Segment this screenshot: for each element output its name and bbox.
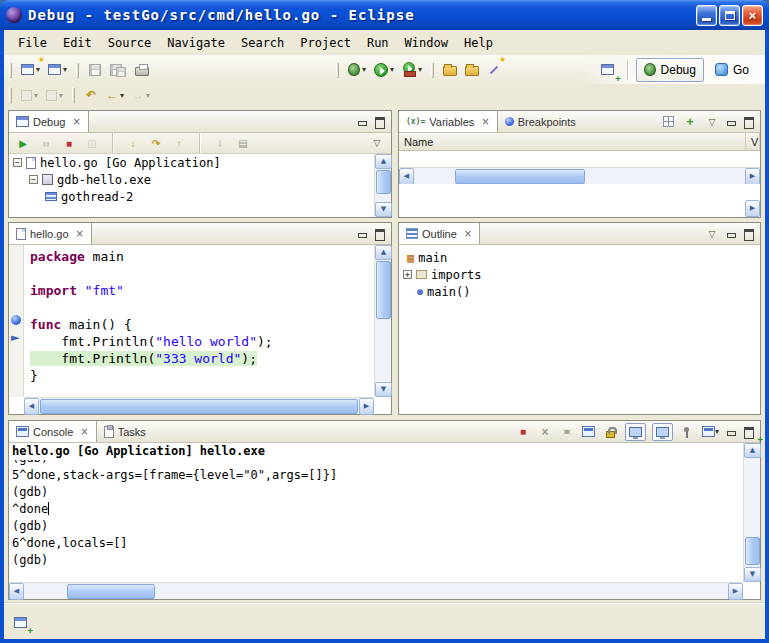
use-step-filters-button[interactable]: ▤	[235, 134, 251, 152]
toolbar-drag-handle[interactable]	[76, 62, 79, 78]
show-type-names-button[interactable]	[660, 113, 676, 131]
maximize-button[interactable]	[719, 5, 740, 26]
menu-search[interactable]: Search	[233, 32, 292, 54]
add-watch-button[interactable]: +	[682, 113, 698, 131]
show-stdout-button[interactable]	[625, 423, 646, 441]
pin-console-button[interactable]	[679, 423, 695, 441]
editor-hscrollbar[interactable]: ◀ ▶	[24, 397, 374, 414]
tab-hello-go[interactable]: hello.go ×	[9, 223, 92, 244]
run-launch-button[interactable]: ▾	[370, 58, 398, 82]
maximize-view-icon[interactable]	[743, 427, 754, 437]
resume-button[interactable]: ▶	[15, 134, 31, 152]
variables-view-menu-button[interactable]: ▽	[704, 113, 720, 131]
close-tab-icon[interactable]: ×	[80, 426, 88, 437]
scroll-right-button[interactable]: ▶	[728, 583, 743, 600]
tab-debug[interactable]: Debug ×	[9, 111, 89, 132]
menu-run[interactable]: Run	[359, 32, 397, 54]
scrollbar-thumb[interactable]	[67, 584, 155, 599]
editor-code-area[interactable]: package main import "fmt" func main() { …	[24, 245, 374, 397]
tree-row[interactable]: − hello.go [Go Application]	[9, 154, 374, 171]
menu-project[interactable]: Project	[292, 32, 359, 54]
previous-annotation-button[interactable]: ▾	[42, 83, 67, 107]
scrollbar-thumb[interactable]	[40, 399, 358, 414]
close-tab-icon[interactable]: ×	[481, 116, 489, 127]
close-tab-icon[interactable]: ×	[464, 228, 472, 239]
minimize-view-icon[interactable]	[726, 229, 737, 239]
close-tab-icon[interactable]: ×	[72, 116, 80, 127]
outline-view-menu-button[interactable]: ▽	[704, 225, 720, 243]
maximize-view-icon[interactable]	[743, 229, 754, 239]
import-button[interactable]	[461, 58, 483, 82]
remove-launch-button[interactable]: ×	[537, 423, 553, 441]
tree-row[interactable]: gothread-2	[9, 188, 374, 205]
toolbar-drag-handle[interactable]	[9, 87, 12, 103]
minimize-view-icon[interactable]	[726, 427, 737, 437]
scroll-down-button[interactable]: ▼	[375, 382, 392, 397]
save-all-button[interactable]	[106, 58, 131, 82]
tab-variables[interactable]: (x)= Variables ×	[399, 111, 498, 132]
breakpoint-icon[interactable]	[11, 315, 21, 325]
scrollbar-thumb[interactable]	[376, 170, 391, 194]
scrollbar-thumb[interactable]	[376, 261, 391, 319]
scroll-down-button[interactable]: ▼	[744, 567, 761, 582]
perspective-go-button[interactable]: Go	[707, 58, 757, 82]
external-tools-button[interactable]: ▾	[398, 58, 426, 82]
drop-to-frame-button[interactable]: ⇓	[212, 134, 228, 152]
scroll-up-button[interactable]: ▲	[375, 245, 392, 260]
maximize-view-icon[interactable]	[374, 117, 385, 127]
show-stderr-button[interactable]	[652, 423, 673, 441]
toolbar-drag-handle[interactable]	[336, 62, 339, 78]
variables-hscrollbar[interactable]: ◀ ▶	[399, 167, 760, 184]
close-button[interactable]: ×	[742, 5, 763, 26]
last-edit-location-button[interactable]: ↶	[80, 83, 102, 107]
close-tab-icon[interactable]: ×	[76, 228, 84, 239]
tree-row[interactable]: + imports	[399, 266, 760, 283]
debug-launch-button[interactable]: ▾	[344, 58, 370, 82]
search-button[interactable]: ★	[483, 58, 505, 82]
minimize-button[interactable]	[696, 5, 717, 26]
new-launch-button[interactable]: ▾	[44, 58, 71, 82]
maximize-view-icon[interactable]	[374, 229, 385, 239]
tab-breakpoints[interactable]: Breakpoints	[498, 111, 583, 132]
editor-vscrollbar[interactable]: ▲ ▼	[374, 245, 391, 397]
titlebar[interactable]: Debug - testGo/src/cmd/hello.go - Eclips…	[0, 0, 769, 30]
debug-view-menu-button[interactable]: ▽	[369, 134, 385, 152]
clear-console-button[interactable]	[581, 423, 597, 441]
scroll-left-button[interactable]: ◀	[399, 168, 414, 185]
scroll-left-button[interactable]: ◀	[9, 583, 24, 600]
remove-all-launches-button[interactable]: ××	[559, 423, 575, 441]
menu-navigate[interactable]: Navigate	[159, 32, 233, 54]
tree-row[interactable]: − gdb-hello.exe	[9, 171, 374, 188]
console-vscrollbar[interactable]: ▲ ▼	[743, 443, 760, 582]
variables-detail-pane[interactable]: ▶	[399, 184, 760, 217]
minimize-view-icon[interactable]	[357, 229, 368, 239]
debug-tree[interactable]: − hello.go [Go Application] − gdb-hello.…	[9, 154, 374, 217]
minimize-view-icon[interactable]	[726, 117, 737, 127]
toolbar-drag-handle[interactable]	[72, 87, 75, 103]
detail-scroll-right-button[interactable]: ▶	[745, 200, 760, 217]
outline-tree[interactable]: ▦ main + imports ● main()	[399, 245, 760, 414]
scroll-left-button[interactable]: ◀	[24, 398, 39, 415]
expand-expander-icon[interactable]: +	[403, 270, 412, 279]
save-button[interactable]	[84, 58, 106, 82]
tab-tasks[interactable]: Tasks	[97, 421, 153, 442]
menu-help[interactable]: Help	[456, 32, 501, 54]
scroll-lock-button[interactable]	[603, 423, 619, 441]
scroll-up-button[interactable]: ▲	[375, 154, 392, 169]
scroll-right-button[interactable]: ▶	[359, 398, 374, 415]
scroll-right-button[interactable]: ▶	[745, 168, 760, 185]
column-name[interactable]: Name	[399, 133, 746, 150]
scroll-down-button[interactable]: ▼	[375, 202, 392, 217]
tree-row[interactable]: ● main()	[399, 283, 760, 300]
next-annotation-button[interactable]: ▾	[17, 83, 42, 107]
console-hscrollbar[interactable]: ◀ ▶	[9, 582, 743, 599]
print-button[interactable]	[131, 58, 153, 82]
collapse-expander-icon[interactable]: −	[29, 175, 38, 184]
back-button[interactable]: ← ▾	[102, 83, 128, 107]
step-into-button[interactable]: ↓	[125, 134, 141, 152]
tab-outline[interactable]: Outline ×	[399, 223, 480, 244]
terminate-button[interactable]: ■	[61, 134, 77, 152]
minimize-view-icon[interactable]	[357, 117, 368, 127]
suspend-button[interactable]: ▮▮	[38, 134, 54, 152]
menu-source[interactable]: Source	[100, 32, 159, 54]
